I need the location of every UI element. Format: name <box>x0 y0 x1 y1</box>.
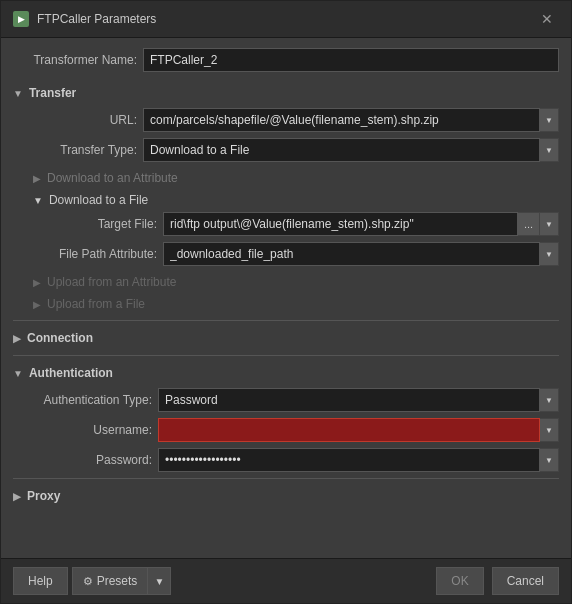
upload-file-arrow: ▶ <box>33 299 41 310</box>
upload-attr-label: Upload from an Attribute <box>47 275 176 289</box>
presets-arrow-button[interactable]: ▼ <box>147 567 171 595</box>
username-arrow: ▼ <box>545 426 553 435</box>
upload-attr-section[interactable]: ▶ Upload from an Attribute <box>13 272 559 292</box>
title-bar: ▶ FTPCaller Parameters ✕ <box>1 1 571 38</box>
target-file-input[interactable] <box>163 212 518 236</box>
dialog-title: FTPCaller Parameters <box>37 12 156 26</box>
target-file-label: Target File: <box>33 217 163 231</box>
auth-type-input[interactable] <box>158 388 540 412</box>
separator-3 <box>13 478 559 479</box>
url-dropdown-arrow: ▼ <box>545 116 553 125</box>
transfer-type-input-group: ▼ <box>143 138 559 162</box>
file-path-attr-input-group: ▼ <box>163 242 559 266</box>
file-path-attr-dropdown-btn[interactable]: ▼ <box>540 242 559 266</box>
dialog-window: ▶ FTPCaller Parameters ✕ Transformer Nam… <box>0 0 572 604</box>
presets-button-group: ⚙ Presets ▼ <box>72 567 172 595</box>
target-file-arrow: ▼ <box>545 220 553 229</box>
transfer-section: ▼ Transfer URL: ▼ Transfer Type: ▼ <box>13 82 559 314</box>
connection-section-label: Connection <box>27 331 93 345</box>
download-file-arrow: ▼ <box>33 195 43 206</box>
transfer-type-label: Transfer Type: <box>13 143 143 157</box>
help-button[interactable]: Help <box>13 567 68 595</box>
password-label: Password: <box>13 453 158 467</box>
username-row: Username: ▼ <box>13 418 559 442</box>
transfer-section-label: Transfer <box>29 86 76 100</box>
auth-type-label: Authentication Type: <box>13 393 158 407</box>
app-icon: ▶ <box>13 11 29 27</box>
proxy-section-label: Proxy <box>27 489 60 503</box>
transformer-name-row: Transformer Name: <box>13 48 559 72</box>
gear-icon: ⚙ <box>83 575 93 588</box>
cancel-button[interactable]: Cancel <box>492 567 559 595</box>
file-path-attr-input[interactable] <box>163 242 540 266</box>
connection-section-header[interactable]: ▶ Connection <box>13 327 559 349</box>
file-path-attr-row: File Path Attribute: ▼ <box>13 242 559 266</box>
close-button[interactable]: ✕ <box>535 9 559 29</box>
presets-dropdown-arrow: ▼ <box>154 576 164 587</box>
ok-button[interactable]: OK <box>436 567 483 595</box>
username-input[interactable] <box>158 418 540 442</box>
download-file-label: Download to a File <box>49 193 148 207</box>
authentication-arrow: ▼ <box>13 368 23 379</box>
authentication-section-header[interactable]: ▼ Authentication <box>13 362 559 384</box>
transfer-type-row: Transfer Type: ▼ <box>13 138 559 162</box>
download-attr-arrow: ▶ <box>33 173 41 184</box>
connection-arrow: ▶ <box>13 333 21 344</box>
password-dropdown-btn[interactable]: ▼ <box>540 448 559 472</box>
auth-type-arrow: ▼ <box>545 396 553 405</box>
title-bar-left: ▶ FTPCaller Parameters <box>13 11 156 27</box>
auth-type-input-group: ▼ <box>158 388 559 412</box>
download-file-expanded: ▼ Download to a File Target File: ... ▼ … <box>13 190 559 266</box>
url-input-group: ▼ <box>143 108 559 132</box>
proxy-section-header[interactable]: ▶ Proxy <box>13 485 559 507</box>
upload-attr-arrow: ▶ <box>33 277 41 288</box>
proxy-section: ▶ Proxy <box>13 485 559 507</box>
transfer-arrow: ▼ <box>13 88 23 99</box>
url-row: URL: ▼ <box>13 108 559 132</box>
auth-type-row: Authentication Type: ▼ <box>13 388 559 412</box>
password-arrow: ▼ <box>545 456 553 465</box>
transfer-type-dropdown-btn[interactable]: ▼ <box>540 138 559 162</box>
upload-file-section[interactable]: ▶ Upload from a File <box>13 294 559 314</box>
proxy-arrow: ▶ <box>13 491 21 502</box>
password-input[interactable] <box>158 448 540 472</box>
password-row: Password: ▼ <box>13 448 559 472</box>
url-dropdown-btn[interactable]: ▼ <box>540 108 559 132</box>
download-attr-label: Download to an Attribute <box>47 171 178 185</box>
authentication-section-label: Authentication <box>29 366 113 380</box>
download-file-header[interactable]: ▼ Download to a File <box>13 190 559 210</box>
authentication-section: ▼ Authentication Authentication Type: ▼ … <box>13 362 559 472</box>
target-file-input-group: ... ▼ <box>163 212 559 236</box>
footer-right: OK Cancel <box>436 567 559 595</box>
dialog-content: Transformer Name: ▼ Transfer URL: ▼ Tra <box>1 38 571 558</box>
transformer-name-label: Transformer Name: <box>13 53 143 67</box>
file-path-attr-arrow: ▼ <box>545 250 553 259</box>
dialog-footer: Help ⚙ Presets ▼ OK Cancel <box>1 558 571 603</box>
target-file-dropdown-btn[interactable]: ▼ <box>540 212 559 236</box>
transfer-section-header: ▼ Transfer <box>13 82 559 104</box>
presets-label: Presets <box>97 574 138 588</box>
transformer-name-input[interactable] <box>143 48 559 72</box>
url-label: URL: <box>13 113 143 127</box>
connection-section: ▶ Connection <box>13 327 559 349</box>
username-input-group: ▼ <box>158 418 559 442</box>
transfer-type-input[interactable] <box>143 138 540 162</box>
download-attr-section[interactable]: ▶ Download to an Attribute <box>13 168 559 188</box>
separator-1 <box>13 320 559 321</box>
target-file-row: Target File: ... ▼ <box>13 212 559 236</box>
url-input[interactable] <box>143 108 540 132</box>
footer-left: Help ⚙ Presets ▼ <box>13 567 171 595</box>
file-path-attr-label: File Path Attribute: <box>33 247 163 261</box>
transfer-type-arrow: ▼ <box>545 146 553 155</box>
target-file-browse-btn[interactable]: ... <box>518 212 540 236</box>
password-input-group: ▼ <box>158 448 559 472</box>
auth-type-dropdown-btn[interactable]: ▼ <box>540 388 559 412</box>
username-label: Username: <box>13 423 158 437</box>
presets-main-button[interactable]: ⚙ Presets <box>72 567 148 595</box>
separator-2 <box>13 355 559 356</box>
upload-file-label: Upload from a File <box>47 297 145 311</box>
username-dropdown-btn[interactable]: ▼ <box>540 418 559 442</box>
transformer-name-input-group <box>143 48 559 72</box>
